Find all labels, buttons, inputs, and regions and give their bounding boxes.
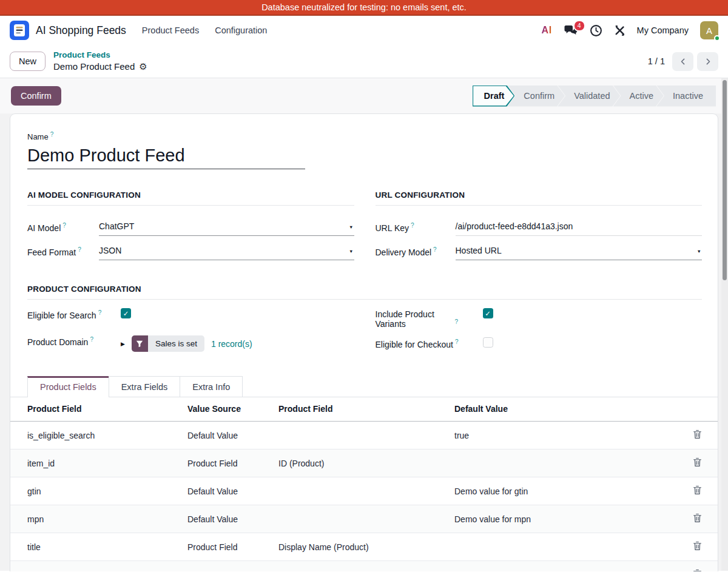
cell-value-source[interactable]: Product Field (187, 561, 278, 571)
cell-default-value[interactable] (454, 561, 684, 571)
cell-value-source[interactable]: Default Value (187, 505, 278, 533)
delete-row-button[interactable] (692, 484, 703, 498)
cell-product-field[interactable]: item_id (10, 449, 187, 477)
online-status-dot (714, 35, 720, 41)
stage-active[interactable]: Active (613, 86, 664, 107)
stage-draft[interactable]: Draft (473, 86, 515, 107)
table-row: description Product Field Description (P… (10, 561, 718, 571)
section-title: PRODUCT CONFIGURATION (27, 284, 702, 300)
cell-default-value[interactable] (454, 449, 684, 477)
user-avatar[interactable]: A (700, 21, 718, 39)
delivery-model-select[interactable]: Hosted URL ▼ (456, 243, 703, 260)
include-product-variants-checkbox[interactable]: ✓ (483, 308, 493, 318)
stage-confirm[interactable]: Confirm (507, 86, 565, 107)
table-header-row: Product Field Value Source Product Field… (10, 397, 718, 422)
breadcrumb-parent-link[interactable]: Product Feeds (53, 50, 147, 61)
cell-source-field[interactable] (278, 505, 454, 533)
scrollbar-track[interactable] (721, 78, 728, 571)
name-field-label: Name? (27, 131, 702, 141)
delete-row-button[interactable] (692, 540, 703, 554)
gear-icon[interactable]: ⚙ (139, 61, 147, 73)
clock-icon (590, 24, 602, 37)
section-title: AI MODEL CONFIGURATION (27, 190, 354, 206)
name-field-input[interactable]: Demo Product Feed (27, 146, 305, 169)
delete-row-button[interactable] (692, 512, 703, 526)
url-configuration-section: URL CONFIGURATION URL Key? /ai/product-f… (376, 190, 703, 263)
tools-icon (614, 25, 625, 36)
tab-product-fields[interactable]: Product Fields (27, 376, 109, 397)
tab-extra-info[interactable]: Extra Info (180, 376, 243, 397)
activities-button[interactable] (590, 24, 602, 37)
scrollbar-thumb[interactable] (723, 80, 727, 280)
domain-records-link[interactable]: 1 record(s) (211, 339, 252, 349)
messages-button[interactable]: 4 (564, 25, 578, 36)
product-domain-label: Product Domain? (27, 335, 121, 347)
confirm-button[interactable]: Confirm (11, 86, 61, 106)
cell-value-source[interactable]: Product Field (187, 449, 278, 477)
eligible-for-search-label: Eligible for Search? (27, 308, 121, 320)
eligible-for-search-checkbox[interactable]: ✓ (121, 308, 131, 318)
cell-default-value[interactable]: Demo value for mpn (454, 505, 684, 533)
expand-domain-icon[interactable]: ▶ (121, 341, 125, 347)
cell-source-field[interactable] (278, 477, 454, 505)
record-pager: 1 / 1 (648, 52, 718, 71)
debug-tools-button[interactable] (614, 25, 625, 36)
chevron-left-icon (679, 58, 687, 66)
col-actions (684, 397, 718, 422)
cell-source-field[interactable]: Display Name (Product) (278, 533, 454, 561)
tab-extra-fields[interactable]: Extra Fields (109, 376, 181, 397)
cell-value-source[interactable]: Default Value (187, 422, 278, 449)
cell-product-field[interactable]: title (10, 533, 187, 561)
domain-filter-chip[interactable]: Sales is set (132, 335, 204, 352)
apps-menu-icon[interactable] (10, 21, 29, 40)
filter-funnel-icon (132, 335, 148, 352)
pager-previous-button[interactable] (672, 52, 693, 71)
ai-assistant-icon[interactable]: AI (542, 25, 552, 36)
caret-down-icon: ▼ (349, 224, 353, 230)
url-key-label: URL Key? (376, 222, 456, 233)
breadcrumb-current: Demo Product Feed (53, 61, 135, 73)
ai-model-configuration-section: AI MODEL CONFIGURATION AI Model? ChatGPT… (27, 190, 354, 263)
cell-default-value[interactable]: Demo value for gtin (454, 477, 684, 505)
pager-next-button[interactable] (697, 52, 718, 71)
cell-source-field[interactable] (278, 422, 454, 449)
cell-product-field[interactable]: gtin (10, 477, 187, 505)
stage-inactive[interactable]: Inactive (656, 86, 716, 107)
table-row: mpn Default Value Demo value for mpn (10, 505, 718, 533)
feed-format-select[interactable]: JSON ▼ (99, 243, 354, 260)
trash-icon (693, 457, 702, 467)
include-product-variants-label: Include Product Variants? (376, 308, 483, 329)
menu-product-feeds[interactable]: Product Feeds (142, 25, 199, 35)
cell-product-field[interactable]: mpn (10, 505, 187, 533)
cell-default-value[interactable]: true (454, 422, 684, 449)
new-button[interactable]: New (10, 52, 46, 71)
form-controls: Confirm Draft Confirm Validated Active I… (0, 78, 728, 113)
cell-default-value[interactable] (454, 533, 684, 561)
url-key-input[interactable]: /ai/product-feed-e8dd41a3.json (456, 218, 703, 236)
delete-row-button[interactable] (692, 456, 703, 470)
delete-row-button[interactable] (692, 568, 703, 571)
ai-model-select[interactable]: ChatGPT ▼ (99, 218, 354, 236)
messages-count-badge: 4 (573, 20, 585, 32)
feed-app-icon (13, 24, 25, 37)
help-tooltip-mark: ? (90, 336, 93, 343)
cell-value-source[interactable]: Product Field (187, 533, 278, 561)
pager-count: 1 / 1 (648, 56, 665, 66)
menu-configuration[interactable]: Configuration (215, 25, 267, 35)
cell-product-field[interactable]: description (10, 561, 187, 571)
delete-row-button[interactable] (692, 428, 703, 442)
table-row: gtin Default Value Demo value for gtin (10, 477, 718, 505)
cell-source-field[interactable]: Description (Product) (278, 561, 454, 571)
company-switcher[interactable]: My Company (637, 25, 689, 35)
trash-icon (693, 513, 702, 523)
help-tooltip-mark: ? (98, 309, 102, 316)
eligible-for-checkout-checkbox[interactable] (483, 337, 493, 348)
help-tooltip-mark: ? (50, 131, 54, 138)
cell-source-field[interactable]: ID (Product) (278, 449, 454, 477)
stage-validated[interactable]: Validated (558, 86, 620, 107)
cell-product-field[interactable]: is_eligible_search (10, 422, 187, 449)
cell-value-source[interactable]: Default Value (187, 477, 278, 505)
col-source-product-field: Product Field (278, 397, 454, 422)
app-title: AI Shopping Feeds (36, 24, 126, 37)
col-default-value: Default Value (454, 397, 684, 422)
